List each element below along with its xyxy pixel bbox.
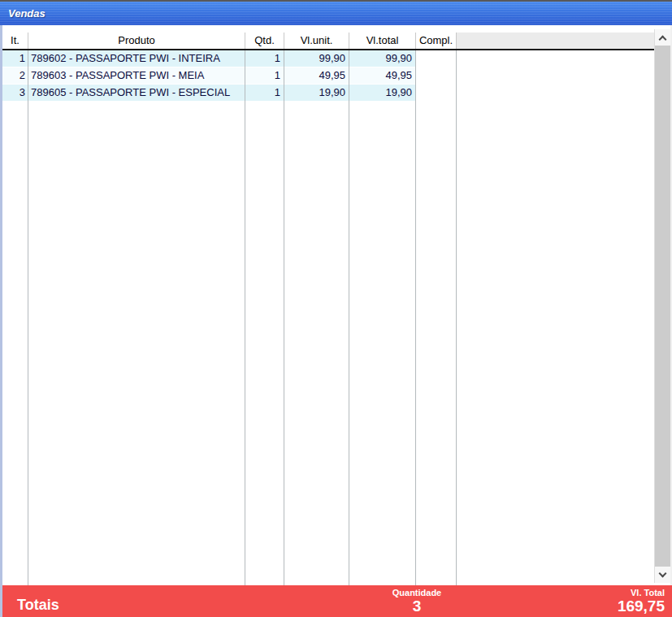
totals-label: Totais (17, 597, 59, 614)
cell-it: 1 (2, 50, 28, 67)
cell-it: 2 (2, 67, 28, 84)
column-header-compl[interactable]: Compl. (416, 33, 457, 49)
cell-produto: 789603 - PASSAPORTE PWI - MEIA (28, 67, 245, 84)
table-header: It. Produto Qtd. Vl.unit. Vl.total Compl… (2, 33, 654, 50)
cell-vl_unit: 99,90 (284, 50, 349, 67)
table-row[interactable]: 2789603 - PASSAPORTE PWI - MEIA149,9549,… (2, 67, 654, 85)
cell-qtd: 1 (245, 67, 284, 84)
cell-produto: 789602 - PASSAPORTE PWI - INTEIRA (28, 50, 245, 67)
cell-qtd: 1 (245, 85, 284, 101)
column-header-vl-total[interactable]: Vl.total (349, 33, 416, 49)
column-header-vl-unit[interactable]: Vl.unit. (284, 33, 349, 49)
column-divider (245, 50, 245, 585)
column-header-it[interactable]: It. (2, 33, 28, 49)
cell-compl (416, 50, 457, 67)
column-divider (284, 50, 284, 585)
vendas-window: Vendas It. Produto Qtd. Vl.unit. Vl.tota… (0, 0, 672, 617)
column-divider (349, 50, 349, 585)
cell-qtd: 1 (245, 50, 284, 67)
column-header-filler (457, 33, 654, 49)
quantity-value: 3 (349, 598, 484, 615)
totals-bar: Totais Quantidade 3 Vl. Total 169,75 (2, 585, 672, 617)
cell-vl_total: 49,95 (349, 67, 416, 84)
cell-it: 3 (2, 85, 28, 101)
cell-compl (416, 67, 457, 84)
cell-vl_total: 19,90 (349, 85, 416, 101)
column-header-qtd[interactable]: Qtd. (245, 33, 284, 49)
total-label: Vl. Total (618, 588, 665, 597)
column-divider (415, 50, 416, 585)
table-row[interactable]: 1789602 - PASSAPORTE PWI - INTEIRA199,90… (2, 50, 654, 67)
column-divider (28, 50, 28, 585)
table-rows: 1789602 - PASSAPORTE PWI - INTEIRA199,90… (2, 50, 654, 102)
quantity-total: Quantidade 3 (349, 588, 484, 615)
table-body: 1789602 - PASSAPORTE PWI - INTEIRA199,90… (2, 50, 654, 585)
scrollbar-down-button[interactable] (655, 567, 670, 583)
cell-produto: 789605 - PASSAPORTE PWI - ESPECIAL (28, 85, 245, 101)
window-title: Vendas (8, 7, 46, 20)
content-area: It. Produto Qtd. Vl.unit. Vl.total Compl… (2, 25, 670, 617)
cell-vl_unit: 49,95 (284, 67, 349, 84)
column-divider (456, 50, 457, 585)
cell-compl (416, 85, 457, 101)
titlebar[interactable]: Vendas (0, 2, 672, 25)
column-header-produto[interactable]: Produto (28, 33, 245, 49)
chevron-up-icon (659, 35, 667, 43)
quantity-label: Quantidade (349, 588, 484, 597)
chevron-down-icon (659, 569, 667, 577)
scrollbar-up-button[interactable] (655, 29, 670, 46)
scrollbar-thumb[interactable] (655, 46, 670, 567)
table-row[interactable]: 3789605 - PASSAPORTE PWI - ESPECIAL119,9… (2, 85, 654, 102)
cell-vl_total: 99,90 (349, 50, 416, 67)
total-value: 169,75 (618, 598, 665, 615)
cell-vl_unit: 19,90 (284, 85, 349, 101)
vertical-scrollbar[interactable] (654, 29, 670, 583)
grand-total: Vl. Total 169,75 (618, 588, 665, 615)
